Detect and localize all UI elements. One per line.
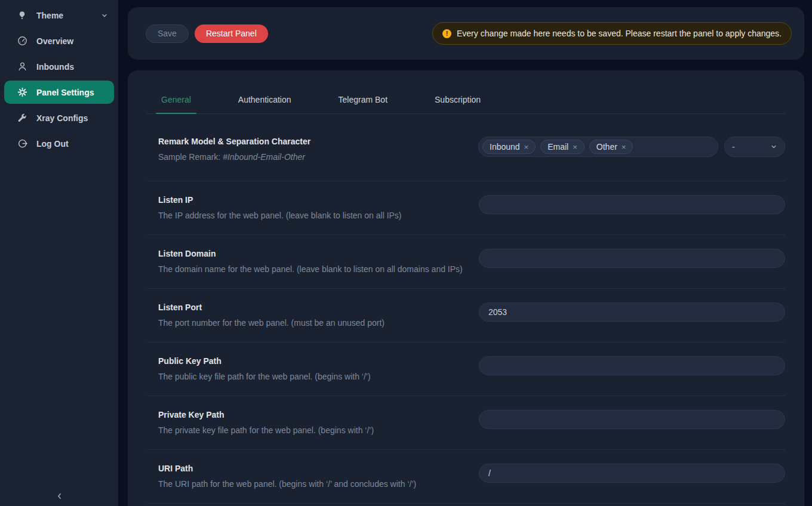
listen-domain-input[interactable] — [479, 249, 785, 268]
form-row-listen-port: Listen Port The port number for the web … — [147, 289, 785, 343]
field-label: Listen IP — [158, 195, 402, 205]
sidebar-item-overview[interactable]: Overview — [4, 29, 114, 53]
uri-path-input[interactable] — [479, 464, 785, 483]
user-icon — [17, 61, 27, 72]
form-row-private-key-path: Private Key Path The private key file pa… — [147, 396, 785, 450]
listen-ip-input[interactable] — [479, 195, 785, 214]
close-icon[interactable]: × — [622, 143, 626, 151]
restart-panel-button[interactable]: Restart Panel — [195, 24, 268, 43]
tab-subscription[interactable]: Subscription — [429, 82, 486, 113]
lightbulb-icon — [17, 10, 27, 21]
form-row-uri-path: URI Path The URI path for the web panel.… — [147, 450, 785, 504]
tag-email: Email × — [540, 140, 585, 154]
form-row-public-key-path: Public Key Path The public key file path… — [147, 343, 785, 396]
form-row-remark-model: Remark Model & Separation Character Samp… — [147, 114, 785, 181]
close-icon[interactable]: × — [524, 143, 529, 151]
tag-inbound: Inbound × — [482, 140, 536, 154]
general-settings-form: Remark Model & Separation Character Samp… — [147, 114, 785, 504]
sidebar-item-label: Theme — [36, 11, 63, 20]
restart-warning-alert: ! Every change made here needs to be sav… — [432, 22, 792, 45]
field-description: The private key file path for the web pa… — [158, 425, 374, 436]
listen-port-input[interactable] — [479, 303, 785, 322]
remark-model-tag-input[interactable]: Inbound × Email × Other × — [478, 137, 718, 157]
form-row-listen-domain: Listen Domain The domain name for the we… — [147, 235, 785, 289]
settings-card: General Authentication Telegram Bot Subs… — [128, 70, 804, 506]
field-description: Sample Remark: #Inbound-Email-Other — [158, 152, 310, 162]
form-row-listen-ip: Listen IP The IP address for the web pan… — [147, 181, 785, 235]
sidebar-item-label: Log Out — [36, 139, 69, 149]
sidebar-item-label: Inbounds — [36, 62, 74, 72]
exclamation-circle-icon: ! — [442, 29, 451, 38]
sidebar-item-xray-configs[interactable]: Xray Configs — [4, 106, 114, 129]
field-description: The URI path for the web panel. (begins … — [158, 479, 416, 489]
tag-other: Other × — [589, 140, 633, 154]
select-value: - — [732, 142, 735, 152]
field-label: Listen Port — [158, 303, 385, 313]
field-description: The domain name for the web panel. (leav… — [158, 264, 463, 274]
field-label: Public Key Path — [158, 356, 371, 366]
field-description: The IP address for the web panel. (leave… — [158, 211, 402, 221]
field-description: The public key file path for the web pan… — [158, 372, 371, 382]
sidebar-item-inbounds[interactable]: Inbounds — [4, 55, 114, 78]
logout-icon — [17, 138, 27, 149]
sidebar-item-panel-settings[interactable]: Panel Settings — [4, 81, 114, 104]
wrench-icon — [17, 113, 27, 124]
sidebar-item-theme[interactable]: Theme — [4, 4, 114, 27]
alert-text: Every change made here needs to be saved… — [457, 29, 782, 38]
sidebar-nav: Theme Overview Inbounds — [0, 0, 118, 155]
dashboard-icon — [17, 36, 27, 47]
sidebar-collapse-button[interactable] — [0, 488, 118, 504]
public-key-path-input[interactable] — [479, 356, 785, 375]
tab-authentication[interactable]: Authentication — [233, 82, 297, 113]
field-label: Remark Model & Separation Character — [158, 137, 310, 147]
tab-general[interactable]: General — [156, 82, 196, 113]
field-description: The port number for the web panel. (must… — [158, 318, 385, 328]
close-icon[interactable]: × — [573, 143, 577, 151]
settings-tabs: General Authentication Telegram Bot Subs… — [147, 82, 785, 114]
private-key-path-input[interactable] — [479, 410, 785, 429]
chevron-left-icon — [56, 492, 63, 500]
field-label: Listen Domain — [158, 249, 463, 259]
tab-telegram-bot[interactable]: Telegram Bot — [333, 82, 393, 113]
gear-icon — [17, 87, 27, 98]
separation-character-select[interactable]: - — [724, 137, 785, 157]
field-label: URI Path — [158, 464, 416, 474]
sidebar-item-label: Xray Configs — [36, 113, 88, 123]
action-bar: Save Restart Panel ! Every change made h… — [128, 7, 804, 60]
chevron-down-icon — [101, 12, 108, 19]
chevron-down-icon — [770, 143, 777, 150]
sidebar-item-label: Overview — [36, 36, 73, 46]
main-content: Save Restart Panel ! Every change made h… — [118, 0, 812, 506]
sidebar: Theme Overview Inbounds — [0, 0, 118, 506]
sidebar-item-log-out[interactable]: Log Out — [4, 132, 114, 155]
field-label: Private Key Path — [158, 410, 374, 420]
sidebar-item-label: Panel Settings — [36, 88, 94, 97]
save-button[interactable]: Save — [146, 24, 189, 43]
